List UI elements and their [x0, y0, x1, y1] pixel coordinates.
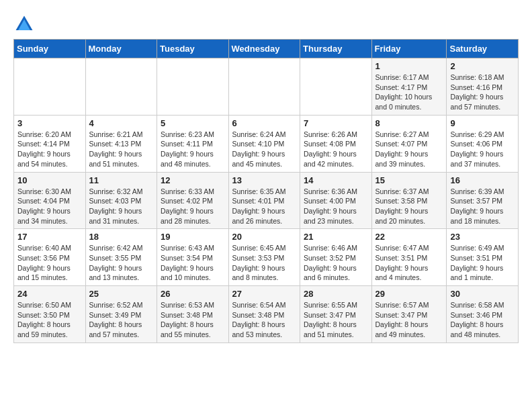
- calendar-cell: 14Sunrise: 6:36 AM Sunset: 4:00 PM Dayli…: [300, 172, 372, 229]
- calendar-cell: 2Sunrise: 6:18 AM Sunset: 4:16 PM Daylig…: [447, 58, 519, 116]
- day-info: Sunrise: 6:40 AM Sunset: 3:56 PM Dayligh…: [17, 243, 82, 283]
- day-info: Sunrise: 6:55 AM Sunset: 3:47 PM Dayligh…: [304, 300, 368, 340]
- calendar-cell: 10Sunrise: 6:30 AM Sunset: 4:04 PM Dayli…: [14, 172, 86, 229]
- day-number: 14: [304, 175, 368, 185]
- day-number: 23: [450, 232, 515, 242]
- day-number: 22: [375, 232, 443, 242]
- day-info: Sunrise: 6:27 AM Sunset: 4:07 PM Dayligh…: [375, 130, 443, 169]
- weekday-header: Friday: [371, 40, 447, 58]
- day-number: 26: [161, 289, 225, 299]
- calendar-cell: 18Sunrise: 6:42 AM Sunset: 3:55 PM Dayli…: [85, 229, 157, 286]
- calendar-cell: 17Sunrise: 6:40 AM Sunset: 3:56 PM Dayli…: [14, 229, 86, 286]
- day-number: 5: [161, 118, 225, 128]
- calendar-cell: 7Sunrise: 6:26 AM Sunset: 4:08 PM Daylig…: [300, 115, 372, 172]
- calendar-cell: 16Sunrise: 6:39 AM Sunset: 3:57 PM Dayli…: [447, 172, 519, 229]
- day-info: Sunrise: 6:53 AM Sunset: 3:48 PM Dayligh…: [161, 300, 225, 340]
- day-number: 17: [17, 232, 82, 242]
- calendar-cell: 26Sunrise: 6:53 AM Sunset: 3:48 PM Dayli…: [157, 286, 229, 343]
- weekday-header: Sunday: [14, 40, 86, 58]
- calendar-cell: [157, 58, 229, 116]
- calendar-cell: 5Sunrise: 6:23 AM Sunset: 4:11 PM Daylig…: [157, 115, 229, 172]
- day-info: Sunrise: 6:58 AM Sunset: 3:46 PM Dayligh…: [450, 300, 515, 340]
- day-info: Sunrise: 6:24 AM Sunset: 4:10 PM Dayligh…: [232, 130, 297, 169]
- day-number: 8: [375, 118, 443, 128]
- day-number: 1: [375, 61, 443, 71]
- day-number: 11: [89, 175, 154, 185]
- day-info: Sunrise: 6:45 AM Sunset: 3:53 PM Dayligh…: [232, 243, 297, 283]
- header: [13, 11, 519, 35]
- day-number: 16: [450, 175, 515, 185]
- day-info: Sunrise: 6:39 AM Sunset: 3:57 PM Dayligh…: [450, 187, 515, 226]
- day-number: 19: [161, 232, 225, 242]
- day-number: 18: [89, 232, 154, 242]
- weekday-header: Wednesday: [228, 40, 300, 58]
- day-number: 15: [375, 175, 443, 185]
- calendar-cell: [228, 58, 300, 116]
- day-info: Sunrise: 6:30 AM Sunset: 4:04 PM Dayligh…: [17, 187, 82, 226]
- day-number: 3: [17, 118, 82, 128]
- calendar-week-row: 3Sunrise: 6:20 AM Sunset: 4:14 PM Daylig…: [14, 115, 519, 172]
- calendar-cell: 28Sunrise: 6:55 AM Sunset: 3:47 PM Dayli…: [300, 286, 372, 343]
- day-info: Sunrise: 6:18 AM Sunset: 4:16 PM Dayligh…: [450, 73, 515, 112]
- day-info: Sunrise: 6:36 AM Sunset: 4:00 PM Dayligh…: [304, 187, 368, 226]
- calendar-cell: [14, 58, 86, 116]
- calendar-cell: 27Sunrise: 6:54 AM Sunset: 3:48 PM Dayli…: [228, 286, 300, 343]
- day-number: 25: [89, 289, 154, 299]
- day-info: Sunrise: 6:21 AM Sunset: 4:13 PM Dayligh…: [89, 130, 154, 169]
- calendar-cell: 13Sunrise: 6:35 AM Sunset: 4:01 PM Dayli…: [228, 172, 300, 229]
- day-info: Sunrise: 6:33 AM Sunset: 4:02 PM Dayligh…: [161, 187, 225, 226]
- calendar-cell: [85, 58, 157, 116]
- calendar-cell: 29Sunrise: 6:57 AM Sunset: 3:47 PM Dayli…: [371, 286, 447, 343]
- day-info: Sunrise: 6:50 AM Sunset: 3:50 PM Dayligh…: [17, 300, 82, 340]
- day-info: Sunrise: 6:20 AM Sunset: 4:14 PM Dayligh…: [17, 130, 82, 169]
- day-number: 24: [17, 289, 82, 299]
- day-number: 9: [450, 118, 515, 128]
- day-number: 29: [375, 289, 443, 299]
- calendar-cell: 20Sunrise: 6:45 AM Sunset: 3:53 PM Dayli…: [228, 229, 300, 286]
- day-info: Sunrise: 6:17 AM Sunset: 4:17 PM Dayligh…: [375, 73, 443, 112]
- weekday-header: Thursday: [300, 40, 372, 58]
- day-info: Sunrise: 6:47 AM Sunset: 3:51 PM Dayligh…: [375, 243, 443, 283]
- day-info: Sunrise: 6:49 AM Sunset: 3:51 PM Dayligh…: [450, 243, 515, 283]
- calendar-cell: 23Sunrise: 6:49 AM Sunset: 3:51 PM Dayli…: [447, 229, 519, 286]
- calendar-cell: 9Sunrise: 6:29 AM Sunset: 4:06 PM Daylig…: [447, 115, 519, 172]
- calendar-cell: 15Sunrise: 6:37 AM Sunset: 3:58 PM Dayli…: [371, 172, 447, 229]
- calendar-cell: 12Sunrise: 6:33 AM Sunset: 4:02 PM Dayli…: [157, 172, 229, 229]
- calendar-cell: 1Sunrise: 6:17 AM Sunset: 4:17 PM Daylig…: [371, 58, 447, 116]
- day-info: Sunrise: 6:43 AM Sunset: 3:54 PM Dayligh…: [161, 243, 225, 283]
- day-number: 7: [304, 118, 368, 128]
- calendar-cell: 21Sunrise: 6:46 AM Sunset: 3:52 PM Dayli…: [300, 229, 372, 286]
- day-info: Sunrise: 6:42 AM Sunset: 3:55 PM Dayligh…: [89, 243, 154, 283]
- calendar-cell: [300, 58, 372, 116]
- day-info: Sunrise: 6:26 AM Sunset: 4:08 PM Dayligh…: [304, 130, 368, 169]
- logo: [13, 13, 38, 35]
- day-info: Sunrise: 6:46 AM Sunset: 3:52 PM Dayligh…: [304, 243, 368, 283]
- calendar-body: 1Sunrise: 6:17 AM Sunset: 4:17 PM Daylig…: [14, 58, 519, 343]
- calendar-cell: 22Sunrise: 6:47 AM Sunset: 3:51 PM Dayli…: [371, 229, 447, 286]
- logo-icon: [13, 13, 35, 35]
- day-number: 4: [89, 118, 154, 128]
- calendar-cell: 8Sunrise: 6:27 AM Sunset: 4:07 PM Daylig…: [371, 115, 447, 172]
- calendar-week-row: 10Sunrise: 6:30 AM Sunset: 4:04 PM Dayli…: [14, 172, 519, 229]
- day-info: Sunrise: 6:54 AM Sunset: 3:48 PM Dayligh…: [232, 300, 297, 340]
- day-info: Sunrise: 6:23 AM Sunset: 4:11 PM Dayligh…: [161, 130, 225, 169]
- calendar-cell: 4Sunrise: 6:21 AM Sunset: 4:13 PM Daylig…: [85, 115, 157, 172]
- day-info: Sunrise: 6:37 AM Sunset: 3:58 PM Dayligh…: [375, 187, 443, 226]
- day-info: Sunrise: 6:35 AM Sunset: 4:01 PM Dayligh…: [232, 187, 297, 226]
- day-number: 13: [232, 175, 297, 185]
- calendar-week-row: 1Sunrise: 6:17 AM Sunset: 4:17 PM Daylig…: [14, 58, 519, 116]
- day-number: 20: [232, 232, 297, 242]
- calendar-cell: 6Sunrise: 6:24 AM Sunset: 4:10 PM Daylig…: [228, 115, 300, 172]
- day-info: Sunrise: 6:29 AM Sunset: 4:06 PM Dayligh…: [450, 130, 515, 169]
- weekday-header: Tuesday: [157, 40, 229, 58]
- day-info: Sunrise: 6:52 AM Sunset: 3:49 PM Dayligh…: [89, 300, 154, 340]
- calendar-cell: 3Sunrise: 6:20 AM Sunset: 4:14 PM Daylig…: [14, 115, 86, 172]
- calendar-header: SundayMondayTuesdayWednesdayThursdayFrid…: [14, 40, 519, 58]
- calendar-week-row: 24Sunrise: 6:50 AM Sunset: 3:50 PM Dayli…: [14, 286, 519, 343]
- day-number: 30: [450, 289, 515, 299]
- calendar-cell: 11Sunrise: 6:32 AM Sunset: 4:03 PM Dayli…: [85, 172, 157, 229]
- calendar-cell: 30Sunrise: 6:58 AM Sunset: 3:46 PM Dayli…: [447, 286, 519, 343]
- day-number: 28: [304, 289, 368, 299]
- day-number: 10: [17, 175, 82, 185]
- day-number: 21: [304, 232, 368, 242]
